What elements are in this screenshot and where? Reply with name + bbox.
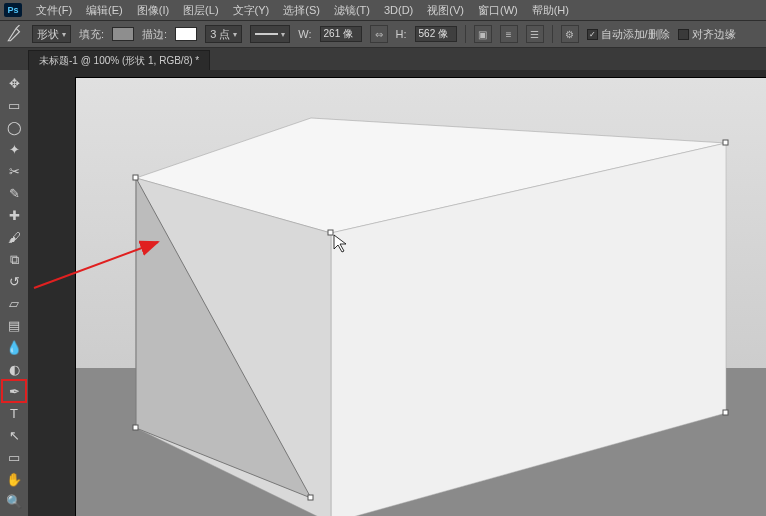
pen-tool-icon: ✒ [9,385,20,398]
history-brush-tool-icon: ↺ [9,275,20,288]
marquee-tool[interactable]: ▭ [2,94,26,116]
app-logo: Ps [4,3,22,17]
artboard[interactable] [76,78,766,516]
svg-rect-4 [133,175,138,180]
gradient-tool[interactable]: ▤ [2,314,26,336]
stamp-tool-icon: ⧉ [10,253,19,266]
fill-label: 填充: [79,27,104,42]
path-select-tool-icon: ↖ [9,429,20,442]
magic-wand-tool-icon: ✦ [9,143,20,156]
checkbox-checked-icon: ✓ [587,29,598,40]
menu-help[interactable]: 帮助(H) [528,1,573,20]
move-tool[interactable]: ✥ [2,72,26,94]
menu-type[interactable]: 文字(Y) [229,1,274,20]
document-tab-bar: 未标题-1 @ 100% (形状 1, RGB/8) * [0,48,766,70]
svg-rect-7 [723,410,728,415]
blur-tool-icon: 💧 [6,341,22,354]
stroke-style-preview [255,33,278,35]
document-tab-title: 未标题-1 @ 100% (形状 1, RGB/8) * [39,54,199,68]
shape-tool[interactable]: ▭ [2,446,26,468]
hand-tool[interactable]: ✋ [2,468,26,490]
spot-heal-tool[interactable]: ✚ [2,204,26,226]
width-input[interactable] [320,26,362,42]
lasso-tool-icon: ◯ [7,121,22,134]
hand-tool-icon: ✋ [6,473,22,486]
svg-rect-9 [133,425,138,430]
gradient-tool-icon: ▤ [8,319,20,332]
spot-heal-tool-icon: ✚ [9,209,20,222]
menu-view[interactable]: 视图(V) [423,1,468,20]
svg-rect-6 [723,140,728,145]
marquee-tool-icon: ▭ [8,99,20,112]
options-bar: 形状 ▾ 填充: 描边: 3 点 ▾ ▾ W: ⇔ H: ▣ ≡ ☰ ⚙ ✓ 自… [0,20,766,48]
move-tool-icon: ✥ [9,77,20,90]
pen-tool[interactable]: ✒ [2,380,26,402]
type-tool[interactable]: T [2,402,26,424]
crop-tool[interactable]: ✂ [2,160,26,182]
brush-tool[interactable]: 🖌 [2,226,26,248]
menu-window[interactable]: 窗口(W) [474,1,522,20]
divider [552,25,553,43]
align-edges-checkbox[interactable]: 对齐边缘 [678,27,736,42]
magic-wand-tool[interactable]: ✦ [2,138,26,160]
zoom-tool-icon: 🔍 [6,495,22,508]
divider [465,25,466,43]
gear-icon[interactable]: ⚙ [561,25,579,43]
menu-filter[interactable]: 滤镜(T) [330,1,374,20]
stamp-tool[interactable]: ⧉ [2,248,26,270]
width-label: W: [298,28,311,40]
menu-bar: Ps 文件(F) 编辑(E) 图像(I) 图层(L) 文字(Y) 选择(S) 滤… [0,0,766,20]
eyedropper-tool[interactable]: ✎ [2,182,26,204]
menu-edit[interactable]: 编辑(E) [82,1,127,20]
menu-layer[interactable]: 图层(L) [179,1,222,20]
eraser-tool[interactable]: ▱ [2,292,26,314]
menu-file[interactable]: 文件(F) [32,1,76,20]
toolbox: ✥▭◯✦✂✎✚🖌⧉↺▱▤💧◐✒T↖▭✋🔍▢▢ [0,70,28,516]
path-combine-icon[interactable]: ▣ [474,25,492,43]
chevron-down-icon: ▾ [233,30,237,39]
blur-tool[interactable]: 💧 [2,336,26,358]
svg-rect-10 [308,495,313,500]
stroke-swatch[interactable] [175,27,197,41]
menu-image[interactable]: 图像(I) [133,1,173,20]
stroke-style-select[interactable]: ▾ [250,25,290,43]
chevron-down-icon: ▾ [281,30,285,39]
height-input[interactable] [415,26,457,42]
crop-tool-icon: ✂ [9,165,20,178]
fill-swatch[interactable] [112,27,134,41]
canvas-area [28,70,766,516]
lasso-tool[interactable]: ◯ [2,116,26,138]
stroke-width-value: 3 点 [210,27,230,42]
menu-3d[interactable]: 3D(D) [380,2,417,18]
align-edges-label: 对齐边缘 [692,27,736,42]
box-shape [76,78,766,516]
path-align-icon[interactable]: ≡ [500,25,518,43]
svg-rect-5 [328,230,333,235]
chevron-down-icon: ▾ [62,30,66,39]
tool-mode-select[interactable]: 形状 ▾ [32,25,71,43]
height-label: H: [396,28,407,40]
shape-tool-icon: ▭ [8,451,20,464]
type-tool-icon: T [10,407,18,420]
auto-add-delete-label: 自动添加/删除 [601,27,670,42]
zoom-tool[interactable]: 🔍 [2,490,26,512]
path-select-tool[interactable]: ↖ [2,424,26,446]
stroke-width-select[interactable]: 3 点 ▾ [205,25,242,43]
history-brush-tool[interactable]: ↺ [2,270,26,292]
path-arrange-icon[interactable]: ☰ [526,25,544,43]
stroke-label: 描边: [142,27,167,42]
eraser-tool-icon: ▱ [9,297,19,310]
eyedropper-tool-icon: ✎ [9,187,20,200]
auto-add-delete-checkbox[interactable]: ✓ 自动添加/删除 [587,27,670,42]
link-wh-icon[interactable]: ⇔ [370,25,388,43]
dodge-tool-icon: ◐ [9,363,20,376]
brush-tool-icon: 🖌 [8,231,21,244]
checkbox-unchecked-icon [678,29,689,40]
menu-select[interactable]: 选择(S) [279,1,324,20]
document-tab[interactable]: 未标题-1 @ 100% (形状 1, RGB/8) * [28,50,210,70]
pen-tool-icon [6,25,24,43]
dodge-tool[interactable]: ◐ [2,358,26,380]
tool-mode-label: 形状 [37,27,59,42]
